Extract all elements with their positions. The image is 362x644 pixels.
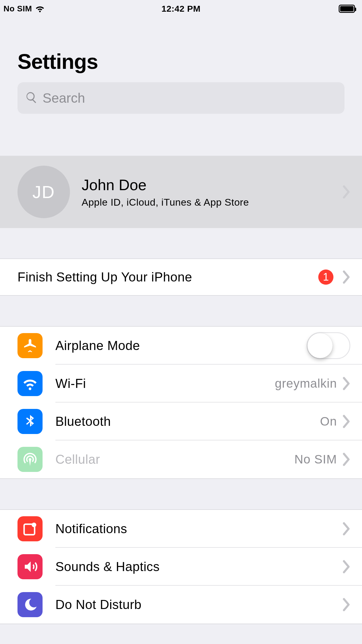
chevron-icon: [342, 377, 350, 390]
apple-id-name: John Doe: [82, 176, 249, 194]
battery-icon: [339, 5, 355, 13]
moon-icon: [17, 592, 43, 617]
wifi-row[interactable]: Wi-Fi greymalkin: [0, 365, 362, 402]
cellular-value: No SIM: [294, 452, 337, 466]
page-title: Settings: [17, 50, 345, 74]
cellular-icon: [17, 447, 43, 472]
airplane-mode-row[interactable]: Airplane Mode: [0, 327, 362, 365]
bluetooth-value: On: [320, 414, 337, 428]
notifications-label: Notifications: [55, 522, 127, 536]
dnd-label: Do Not Disturb: [55, 597, 142, 612]
chevron-icon: [342, 415, 350, 428]
status-bar: No SIM 12:42 PM: [0, 0, 362, 18]
chevron-icon: [342, 270, 350, 284]
search-icon: [25, 91, 38, 105]
clock: 12:42 PM: [161, 4, 201, 14]
carrier-label: No SIM: [3, 4, 32, 13]
chevron-icon: [342, 560, 350, 573]
search-input[interactable]: [43, 90, 337, 106]
chevron-icon: [342, 522, 350, 536]
settings-header: Settings: [0, 18, 362, 114]
finish-setup-label: Finish Setting Up Your iPhone: [17, 270, 192, 284]
bluetooth-row[interactable]: Bluetooth On: [0, 402, 362, 440]
cellular-label: Cellular: [55, 452, 100, 467]
finish-setup-row[interactable]: Finish Setting Up Your iPhone 1: [0, 259, 362, 295]
chevron-icon: [342, 185, 350, 199]
apple-id-row[interactable]: JD John Doe Apple ID, iCloud, iTunes & A…: [0, 156, 362, 228]
cellular-row[interactable]: Cellular No SIM: [0, 440, 362, 478]
wifi-icon: [35, 3, 45, 15]
svg-point-0: [32, 523, 36, 527]
dnd-row[interactable]: Do Not Disturb: [0, 586, 362, 624]
airplane-label: Airplane Mode: [55, 338, 140, 353]
sounds-label: Sounds & Haptics: [55, 559, 160, 574]
airplane-toggle[interactable]: [307, 332, 350, 359]
airplane-icon: [17, 333, 43, 358]
wifi-label: Wi-Fi: [55, 376, 86, 391]
wifi-value: greymalkin: [275, 377, 337, 391]
notifications-icon: [17, 516, 43, 541]
sounds-row[interactable]: Sounds & Haptics: [0, 548, 362, 586]
chevron-icon: [342, 598, 350, 611]
avatar: JD: [17, 166, 70, 218]
bluetooth-label: Bluetooth: [55, 414, 111, 429]
sounds-icon: [17, 554, 43, 579]
search-field[interactable]: [17, 82, 345, 114]
apple-id-sub: Apple ID, iCloud, iTunes & App Store: [82, 197, 249, 208]
chevron-icon: [342, 453, 350, 466]
notifications-row[interactable]: Notifications: [0, 510, 362, 548]
bluetooth-icon: [17, 409, 43, 434]
wifi-icon: [17, 371, 43, 396]
notification-badge: 1: [318, 270, 333, 285]
